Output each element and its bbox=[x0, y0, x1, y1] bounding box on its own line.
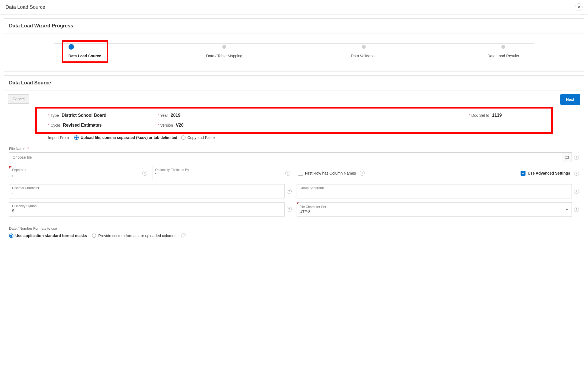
help-icon[interactable]: ? bbox=[285, 171, 290, 176]
step-label: Data Load Source bbox=[69, 54, 101, 58]
help-icon[interactable]: ? bbox=[574, 207, 579, 212]
group-separator-value: , bbox=[300, 190, 569, 195]
wizard-step-results[interactable]: Data Load Results bbox=[433, 45, 573, 58]
required-icon: * bbox=[27, 146, 29, 151]
charset-label: File Character Set bbox=[300, 205, 326, 209]
format-custom-radio[interactable]: Provide custom formats for uploaded colu… bbox=[92, 234, 176, 238]
group-separator-label: Group Separator bbox=[300, 186, 569, 190]
wizard-step-validation[interactable]: Data Validation bbox=[294, 45, 434, 58]
import-copy-label: Copy and Paste bbox=[188, 135, 215, 140]
version-value: V20 bbox=[176, 123, 183, 128]
format-standard-label: Use application standard format masks bbox=[15, 234, 87, 238]
close-icon: ✕ bbox=[577, 5, 581, 10]
format-standard-radio[interactable]: Use application standard format masks bbox=[9, 234, 87, 238]
version-label: Version bbox=[160, 123, 173, 127]
required-icon: * bbox=[158, 113, 159, 118]
enclosed-by-value: " bbox=[155, 172, 280, 177]
docset-value: 1139 bbox=[492, 113, 502, 118]
chevron-down-icon bbox=[565, 207, 569, 211]
required-icon: * bbox=[469, 113, 470, 118]
file-name-input[interactable]: Choose file bbox=[9, 152, 572, 162]
step-label: Data / Table Mapping bbox=[206, 54, 242, 58]
help-icon[interactable]: ? bbox=[360, 171, 365, 176]
required-icon: * bbox=[158, 123, 159, 127]
type-label: Type bbox=[50, 113, 59, 118]
close-button[interactable]: ✕ bbox=[575, 3, 583, 11]
file-name-label: File Name * bbox=[9, 146, 579, 151]
help-icon[interactable]: ? bbox=[574, 189, 579, 194]
help-icon[interactable]: ? bbox=[287, 189, 292, 194]
wizard-step-source[interactable]: Data Load Source bbox=[15, 41, 155, 62]
separator-input[interactable]: Separator , bbox=[9, 166, 140, 180]
radio-unchecked-icon bbox=[181, 135, 186, 140]
cancel-button[interactable]: Cancel bbox=[8, 94, 29, 104]
advanced-settings-checkbox[interactable] bbox=[521, 171, 525, 176]
year-label: Year bbox=[160, 113, 168, 118]
decimal-character-input[interactable]: Decimal Character . bbox=[9, 184, 285, 198]
docset-label: Doc Set Id bbox=[471, 113, 489, 118]
step-label: Data Validation bbox=[351, 54, 377, 58]
source-panel-title: Data Load Source bbox=[9, 80, 579, 86]
enclosed-by-label: Optionally Enclosed By bbox=[155, 168, 280, 172]
page-title: Data Load Source bbox=[5, 4, 45, 10]
currency-symbol-value: $ bbox=[12, 209, 282, 213]
separator-label: Separator bbox=[12, 168, 137, 172]
type-value: District School Board bbox=[62, 113, 107, 118]
cycle-label: Cycle bbox=[50, 123, 60, 127]
help-icon[interactable]: ? bbox=[287, 207, 292, 212]
wizard-panel-title: Data Load Wizard Progress bbox=[9, 23, 579, 29]
currency-symbol-input[interactable]: Currency Symbol $ bbox=[9, 202, 285, 217]
first-row-checkbox[interactable] bbox=[298, 171, 303, 176]
help-icon[interactable]: ? bbox=[181, 233, 186, 238]
import-upload-radio[interactable]: Upload file, comma separated (*.csv) or … bbox=[74, 135, 177, 140]
radio-unchecked-icon bbox=[92, 234, 96, 238]
first-row-label: First Row has Column Names bbox=[305, 171, 356, 175]
cycle-value: Revised Estimates bbox=[63, 123, 101, 128]
year-value: 2019 bbox=[171, 113, 181, 118]
step-label: Data Load Results bbox=[487, 54, 519, 58]
import-upload-label: Upload file, comma separated (*.csv) or … bbox=[81, 135, 177, 140]
step-dot-icon bbox=[222, 45, 226, 49]
currency-symbol-label: Currency Symbol bbox=[12, 204, 282, 208]
enclosed-by-input[interactable]: Optionally Enclosed By " bbox=[152, 166, 283, 180]
step-dot-icon bbox=[362, 45, 366, 49]
group-separator-input[interactable]: Group Separator , bbox=[297, 184, 572, 198]
required-icon: * bbox=[48, 113, 49, 118]
data-load-source-panel: Data Load Source Cancel Next * Type Dist… bbox=[4, 75, 584, 243]
formats-title: Date / Number Formats to use bbox=[9, 226, 579, 230]
charset-select[interactable]: File Character Set UTF-8 bbox=[297, 202, 572, 217]
charset-value: UTF-8 bbox=[300, 209, 326, 214]
doc-info-block: * Type District School Board * Year 2019… bbox=[37, 109, 551, 132]
decimal-character-value: . bbox=[12, 190, 282, 195]
browse-folder-icon bbox=[565, 155, 569, 159]
step-dot-icon bbox=[501, 45, 505, 49]
file-name-placeholder: Choose file bbox=[9, 155, 562, 160]
separator-value: , bbox=[12, 172, 137, 177]
wizard-progress-panel: Data Load Wizard Progress Data Load Sour… bbox=[4, 18, 584, 72]
advanced-settings-label: Use Advanced Settings bbox=[528, 171, 570, 175]
import-from-label: Import From bbox=[48, 135, 69, 140]
radio-checked-icon bbox=[9, 234, 13, 238]
wizard-step-mapping[interactable]: Data / Table Mapping bbox=[155, 45, 294, 58]
required-icon: * bbox=[48, 123, 49, 127]
help-icon[interactable]: ? bbox=[574, 171, 579, 176]
import-copy-radio[interactable]: Copy and Paste bbox=[181, 135, 215, 140]
help-icon[interactable]: ? bbox=[574, 155, 579, 160]
next-button[interactable]: Next bbox=[560, 94, 580, 105]
browse-button[interactable] bbox=[562, 153, 572, 162]
format-custom-label: Provide custom formats for uploaded colu… bbox=[98, 234, 176, 238]
step-dot-active-icon bbox=[69, 44, 74, 50]
decimal-character-label: Decimal Character bbox=[12, 186, 282, 190]
help-icon[interactable]: ? bbox=[142, 171, 147, 176]
radio-checked-icon bbox=[74, 135, 79, 140]
check-icon bbox=[521, 172, 525, 175]
